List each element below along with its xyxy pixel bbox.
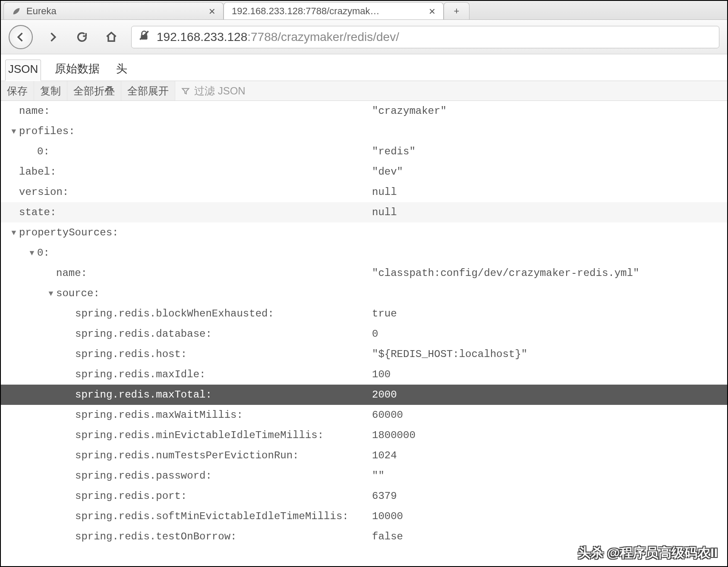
json-key: spring.redis.numTestsPerEvictionRun: [75,451,299,461]
json-key: spring.redis.maxWaitMillis: [75,410,243,420]
tab-headers[interactable]: 头 [113,59,130,81]
json-value: "classpath:config/dev/crazymaker-redis.y… [372,268,639,279]
json-value: 6379 [372,491,397,501]
arrow-left-icon [15,31,27,43]
json-value: 0 [372,329,378,339]
save-button[interactable]: 保存 [1,81,34,100]
url-path: /crazymaker/redis/dev/ [277,30,399,44]
json-row[interactable]: spring.redis.blockWhenExhausted:true [1,304,727,324]
json-toolbar: 保存 复制 全部折叠 全部展开 过滤 JSON [1,81,727,101]
address-bar[interactable]: 192.168.233.128:7788/crazymaker/redis/de… [131,26,719,48]
json-key: spring.redis.maxTotal: [75,390,212,400]
json-value: "" [372,471,384,481]
tab-title: 192.168.233.128:7788/crazymak… [232,6,379,17]
back-button[interactable] [9,25,33,49]
json-value: false [372,532,403,542]
arrow-right-icon [47,31,59,43]
close-icon[interactable]: × [209,6,215,17]
forward-button[interactable] [43,28,62,47]
json-value: true [372,309,397,319]
json-value: 10000 [372,511,403,522]
filter-placeholder: 过滤 JSON [194,84,246,98]
reload-icon [76,31,88,43]
json-row[interactable]: spring.redis.maxIdle:100 [1,364,727,385]
json-row[interactable]: state: null [1,202,727,222]
json-row[interactable]: version: null [1,182,727,202]
tab-title: Eureka [26,6,57,17]
funnel-icon [181,87,190,95]
json-key: spring.redis.minEvictableIdleTimeMillis: [75,430,324,441]
json-value: "${REDIS_HOST:localhost}" [372,349,527,360]
json-row[interactable]: spring.redis.numTestsPerEvictionRun:1024 [1,445,727,466]
json-tree: name: "crazymaker" ▼profiles: 0: "redis"… [1,101,727,547]
json-key: spring.redis.softMinEvictableIdleTimeMil… [75,511,349,522]
json-value: "dev" [372,167,403,177]
json-row[interactable]: spring.redis.testOnBorrow:false [1,526,727,547]
json-value: "crazymaker" [372,106,447,116]
json-key: spring.redis.maxIdle: [75,370,205,380]
close-icon[interactable]: × [429,6,435,17]
json-key: spring.redis.host: [75,349,187,360]
tab-json[interactable]: JSON [5,60,41,81]
insecure-connection-icon [139,30,150,44]
json-value: 1024 [372,451,397,461]
filter-json[interactable]: 过滤 JSON [175,84,252,98]
json-key: spring.redis.testOnBorrow: [75,532,236,542]
view-mode-tabs: JSON 原始数据 头 [1,54,727,81]
json-value: null [372,187,397,197]
json-row[interactable]: spring.redis.host:"${REDIS_HOST:localhos… [1,344,727,364]
spring-leaf-icon [12,6,21,16]
json-value: 2000 [372,390,397,400]
json-key: spring.redis.blockWhenExhausted: [75,309,274,319]
browser-tab-active[interactable]: 192.168.233.128:7788/crazymak… × [224,2,444,19]
json-key: 0: [37,147,50,157]
new-tab-button[interactable]: + [444,2,470,19]
json-row[interactable]: spring.redis.minEvictableIdleTimeMillis:… [1,425,727,445]
json-key: name: [19,106,50,116]
json-row[interactable]: ▼profiles: [1,121,727,141]
collapse-all-button[interactable]: 全部折叠 [67,81,121,100]
watermark-text: 头杀 @程序员高级码农II [578,544,718,562]
json-row[interactable]: label: "dev" [1,162,727,182]
json-key: 0: [37,248,50,258]
json-row[interactable]: 0: "redis" [1,141,727,162]
json-value: "redis" [372,147,416,157]
json-row[interactable]: spring.redis.maxWaitMillis:60000 [1,405,727,425]
reload-button[interactable] [72,28,91,47]
json-value: 100 [372,370,391,380]
json-row[interactable]: ▼propertySources: [1,222,727,243]
json-row[interactable]: spring.redis.maxTotal:2000 [1,385,727,405]
home-icon [105,31,117,43]
twisty-down-icon[interactable]: ▼ [9,128,19,135]
json-key: propertySources: [19,228,118,238]
json-key: spring.redis.password: [75,471,212,481]
twisty-down-icon[interactable]: ▼ [27,249,37,257]
json-row[interactable]: name: "crazymaker" [1,101,727,121]
json-key: version: [19,187,69,197]
plus-icon: + [454,6,460,17]
json-row[interactable]: spring.redis.database:0 [1,324,727,344]
json-key: label: [19,167,56,177]
twisty-down-icon[interactable]: ▼ [9,229,19,237]
json-key: name: [56,268,87,279]
home-button[interactable] [102,28,121,47]
json-value: null [372,207,397,218]
url-host: 192.168.233.128 [157,30,247,44]
json-row[interactable]: spring.redis.password:"" [1,466,727,486]
json-key: spring.redis.port: [75,491,187,501]
json-row[interactable]: spring.redis.softMinEvictableIdleTimeMil… [1,506,727,526]
json-row[interactable]: name: "classpath:config/dev/crazymaker-r… [1,263,727,283]
json-row[interactable]: spring.redis.port:6379 [1,486,727,506]
copy-button[interactable]: 复制 [34,81,67,100]
json-row[interactable]: ▼source: [1,283,727,304]
expand-all-button[interactable]: 全部展开 [121,81,175,100]
json-row[interactable]: ▼0: [1,243,727,263]
json-key: spring.redis.database: [75,329,212,339]
twisty-down-icon[interactable]: ▼ [46,290,56,298]
url-port: :7788 [247,30,277,44]
json-value: 60000 [372,410,403,420]
tab-raw-data[interactable]: 原始数据 [52,59,102,81]
json-key: source: [56,288,100,299]
browser-tab-inactive[interactable]: Eureka × [3,2,224,19]
json-key: profiles: [19,126,75,137]
